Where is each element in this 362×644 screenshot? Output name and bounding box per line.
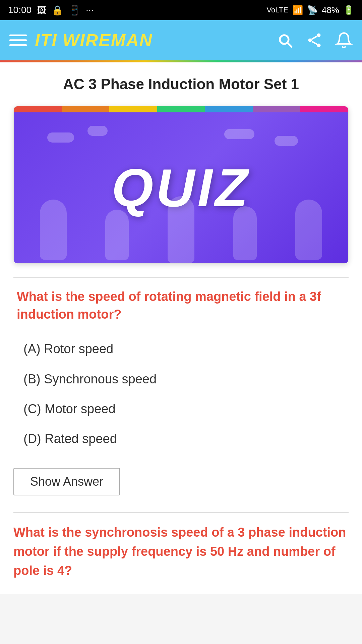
options-container: (A) Rotor speed (B) Synchronous speed (C… <box>13 340 349 448</box>
quiz-banner: QUIZ <box>13 106 349 264</box>
notification-button[interactable] <box>335 32 353 49</box>
option-a-text: Rotor speed <box>44 342 113 356</box>
section-divider-2 <box>13 512 349 513</box>
more-icon: ··· <box>86 5 94 15</box>
person-3 <box>168 196 194 263</box>
battery-icon: 🔋 <box>343 5 354 15</box>
status-left: 10:00 🖼 🔒 📱 ··· <box>8 5 94 16</box>
question-1-text: What is the speed of rotating magnetic f… <box>13 288 349 323</box>
svg-point-4 <box>308 39 312 42</box>
svg-line-6 <box>312 36 317 39</box>
search-button[interactable] <box>276 32 294 49</box>
wifi-icon: 📶 <box>292 5 303 15</box>
signal-icon: 📡 <box>307 5 318 15</box>
page-title: AC 3 Phase Induction Motor Set 1 <box>13 76 349 93</box>
status-bar: 10:00 🖼 🔒 📱 ··· VoLTE 📶 📡 48% 🔋 <box>0 0 362 20</box>
person-4 <box>233 206 257 260</box>
option-c-text: Motor speed <box>45 402 115 416</box>
app-bar-right <box>276 32 353 49</box>
option-c-label: (C) <box>23 402 41 416</box>
volte-icon: VoLTE <box>267 6 288 14</box>
option-d: (D) Rated speed <box>23 430 339 448</box>
status-right: VoLTE 📶 📡 48% 🔋 <box>267 5 354 15</box>
section-divider-1 <box>13 277 349 278</box>
option-a: (A) Rotor speed <box>23 340 339 358</box>
svg-rect-1 <box>9 39 27 41</box>
option-b: (B) Synchronous speed <box>23 370 339 388</box>
question-2: What is the synchronosis speed of a 3 ph… <box>13 523 349 594</box>
question-2-text: What is the synchronosis speed of a 3 ph… <box>13 523 349 580</box>
svg-point-3 <box>317 33 321 37</box>
lock-icon: 🔒 <box>52 5 63 16</box>
option-b-text: Synchronous speed <box>44 372 157 386</box>
banner-rainbow <box>14 106 348 112</box>
main-content: AC 3 Phase Induction Motor Set 1 QUIZ Wh… <box>0 62 362 594</box>
option-d-text: Rated speed <box>45 432 117 446</box>
person-5 <box>295 200 322 260</box>
time-display: 10:00 <box>8 5 32 15</box>
option-d-label: (D) <box>23 432 41 446</box>
person-1 <box>40 200 67 260</box>
banner-people <box>14 112 348 263</box>
image-icon: 🖼 <box>37 5 46 16</box>
option-b-label: (B) <box>23 372 41 386</box>
show-answer-button[interactable]: Show Answer <box>13 468 120 495</box>
battery-display: 48% <box>322 5 339 15</box>
svg-point-5 <box>317 44 321 47</box>
menu-button[interactable] <box>9 32 27 49</box>
question-1: What is the speed of rotating magnetic f… <box>13 288 349 512</box>
app-bar-left: ITI WIREMAN <box>9 30 153 50</box>
whatsapp-icon: 📱 <box>69 5 80 16</box>
svg-line-7 <box>312 41 317 44</box>
share-button[interactable] <box>306 32 323 49</box>
banner-body: QUIZ <box>14 112 348 263</box>
app-title: ITI WIREMAN <box>35 30 153 50</box>
person-2 <box>105 210 129 260</box>
svg-rect-0 <box>9 35 27 36</box>
app-bar: ITI WIREMAN <box>0 20 362 60</box>
svg-rect-2 <box>9 44 27 46</box>
option-a-label: (A) <box>23 342 41 356</box>
option-c: (C) Motor speed <box>23 400 339 418</box>
